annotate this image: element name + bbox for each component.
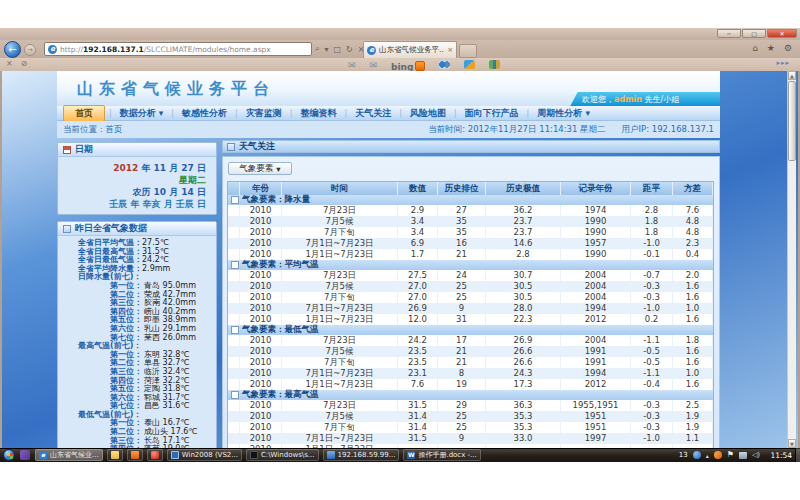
expand-box-icon[interactable]	[231, 391, 239, 399]
home-icon[interactable]: ⌂	[752, 43, 758, 53]
autocomplete-dropdown-icon[interactable]: ▾	[324, 45, 328, 54]
weather-app-icon[interactable]	[464, 60, 475, 69]
row-cell-spacer	[228, 411, 240, 422]
show-desktop-button[interactable]	[795, 448, 800, 462]
close-toolbar-icon[interactable]: ×	[6, 59, 13, 68]
action-center-flag-icon[interactable]: ⚑	[727, 451, 734, 459]
table-row[interactable]: 20107月1日~7月23日6.91614.61957-1.02.3	[228, 238, 713, 249]
table-cell: 26.6	[486, 346, 561, 357]
new-tab-button[interactable]	[459, 44, 477, 58]
table-cell: 7.6	[673, 205, 713, 216]
element-filter-button[interactable]: 气象要素 ▾	[228, 162, 292, 175]
header-cell-spacer	[228, 182, 240, 195]
menu-item-1[interactable]: 首页	[63, 105, 105, 122]
minimize-button[interactable]: ─	[717, 29, 741, 38]
search-icon[interactable]: ⌕	[315, 44, 319, 54]
back-button[interactable]: ←	[4, 41, 21, 58]
page-scrollbar[interactable]: ▲ ▼	[787, 71, 796, 448]
tab-title: 山东省气候业务平...	[379, 45, 444, 55]
table-cell: -0.3	[631, 411, 673, 422]
menu-item-9[interactable]: 周期性分析 ▾	[529, 107, 598, 120]
table-cell: 25	[438, 292, 486, 303]
table-cell: 17	[438, 335, 486, 346]
menu-item-6[interactable]: 天气关注	[347, 107, 399, 120]
table-cell: 33.0	[486, 433, 561, 444]
table-row[interactable]: 20107月23日2.92736.219742.87.6	[228, 205, 713, 216]
compatibility-icon[interactable]: □	[334, 45, 342, 54]
scroll-down-icon[interactable]: ▼	[788, 439, 796, 448]
table-group-row[interactable]: 气象要素：降水量	[228, 195, 713, 205]
table-row[interactable]: 20107月23日31.52936.31955,1951-0.32.5	[228, 400, 713, 411]
taskbar-button-2[interactable]	[107, 449, 123, 461]
table-row[interactable]: 20107月下旬23.52126.61991-0.51.6	[228, 357, 713, 368]
taskbar-button-5[interactable]: Win2008 (VS2...	[167, 449, 242, 461]
taskbar-button-7[interactable]: 192.168.59.99...	[323, 449, 400, 461]
menu-item-4[interactable]: 灾害监测	[238, 107, 290, 120]
table-group-row[interactable]: 气象要素：最高气温	[228, 390, 713, 400]
taskbar-button-6[interactable]: C:\Windows\s...	[246, 449, 319, 461]
menu-item-7[interactable]: 风险地图	[402, 107, 454, 120]
table-cell: 4.8	[673, 216, 713, 227]
more-tools-icon[interactable]: ▸▸▸	[776, 59, 790, 67]
start-button[interactable]	[3, 449, 15, 461]
taskbar-button-4[interactable]	[147, 449, 163, 461]
table-row[interactable]: 20107月5候27.02530.52004-0.31.6	[228, 281, 713, 292]
table-row[interactable]: 20107月23日24.21726.92004-1.11.8	[228, 335, 713, 346]
taskbar-clock[interactable]: 11:54	[770, 451, 792, 460]
favorites-icon[interactable]: ★	[767, 43, 775, 53]
table-row[interactable]: 20107月下旬27.02530.52004-0.31.6	[228, 292, 713, 303]
table-cell: 35.3	[486, 411, 561, 422]
url-text[interactable]: http://192.168.137.1/SLCCLIMATE/modules/…	[60, 45, 271, 54]
tab-close-icon[interactable]: ×	[447, 46, 453, 54]
refresh-icon[interactable]: ↻	[346, 45, 353, 54]
close-button[interactable]: ✕	[767, 29, 797, 38]
table-row[interactable]: 20107月下旬31.42535.31951-0.31.9	[228, 422, 713, 433]
table-row[interactable]: 20107月1日~7月23日23.1824.31994-1.11.0	[228, 368, 713, 379]
hidden-icons-caret[interactable]: ▴	[706, 452, 709, 459]
menu-item-5[interactable]: 整编资料	[292, 107, 344, 120]
table-cell: 24.2	[398, 335, 438, 346]
table-row[interactable]: 20107月5候31.42535.31951-0.31.9	[228, 411, 713, 422]
forward-button[interactable]: →	[24, 44, 36, 56]
rank-value: 莱西 26.0mm	[144, 334, 196, 343]
expand-box-icon[interactable]	[231, 196, 239, 204]
expand-box-icon[interactable]	[231, 326, 239, 334]
table-row[interactable]: 20107月下旬3.43523.719901.84.8	[228, 227, 713, 238]
blocked-icon[interactable]: ⊘	[21, 59, 28, 68]
table-group-row[interactable]: 气象要素：最低气温	[228, 325, 713, 335]
site-title: 山东省气候业务平台	[77, 79, 275, 100]
taskbar-button-8[interactable]: W操作手册.docx -...	[403, 449, 480, 461]
mail2-icon[interactable]: ✉	[370, 60, 378, 70]
table-row[interactable]: 20107月1日~7月23日31.5933.01997-1.01.1	[228, 433, 713, 444]
scroll-up-icon[interactable]: ▲	[788, 71, 796, 80]
antivirus-icon[interactable]	[714, 451, 722, 459]
main-content: 天气关注 气象要素 ▾ 年份时间数值历史排位历史极值记录年份距平方差气象要素：降…	[222, 140, 720, 448]
taskbar-button-1[interactable]: e山东省气候业...	[35, 449, 103, 461]
ie-page-icon: e	[48, 45, 57, 54]
speaker-icon[interactable]: ◁)	[752, 451, 760, 459]
table-row[interactable]: 20107月23日27.52430.72004-0.72.0	[228, 270, 713, 281]
taskbar-button-label: C:\Windows\s...	[261, 451, 315, 459]
taskbar-button-3[interactable]	[127, 449, 143, 461]
mail-icon[interactable]: ✉	[348, 60, 356, 70]
menu-item-2[interactable]: 数据分析 ▾	[112, 107, 172, 120]
table-row[interactable]: 20107月1日~7月23日26.9928.01994-1.01.0	[228, 303, 713, 314]
addon-icon[interactable]	[489, 60, 500, 69]
scrollbar-thumb[interactable]	[788, 81, 796, 161]
table-group-row[interactable]: 气象要素：平均气温	[228, 260, 713, 270]
table-row[interactable]: 20107月5候23.52126.61991-0.51.6	[228, 346, 713, 357]
binoculars-icon[interactable]	[439, 60, 450, 69]
menu-item-8[interactable]: 面向下行产品	[457, 107, 527, 120]
maximize-button[interactable]: ▢	[742, 29, 766, 38]
menu-item-3[interactable]: 敏感性分析	[174, 107, 235, 120]
network-icon[interactable]	[739, 452, 747, 459]
system-tray: 13 ▴ ⚑ ◁)	[679, 449, 760, 461]
table-row[interactable]: 20107月5候3.43523.719901.84.8	[228, 216, 713, 227]
ime-icon[interactable]	[693, 451, 701, 459]
address-bar[interactable]: e http://192.168.137.1/SLCCLIMATE/module…	[44, 42, 312, 56]
expand-box-icon[interactable]	[231, 261, 239, 269]
table-cell: 2010	[240, 292, 282, 303]
pinned-app-icon[interactable]	[20, 450, 30, 460]
tools-icon[interactable]: ⚙	[784, 43, 792, 53]
table-cell: -0.4	[631, 379, 673, 390]
